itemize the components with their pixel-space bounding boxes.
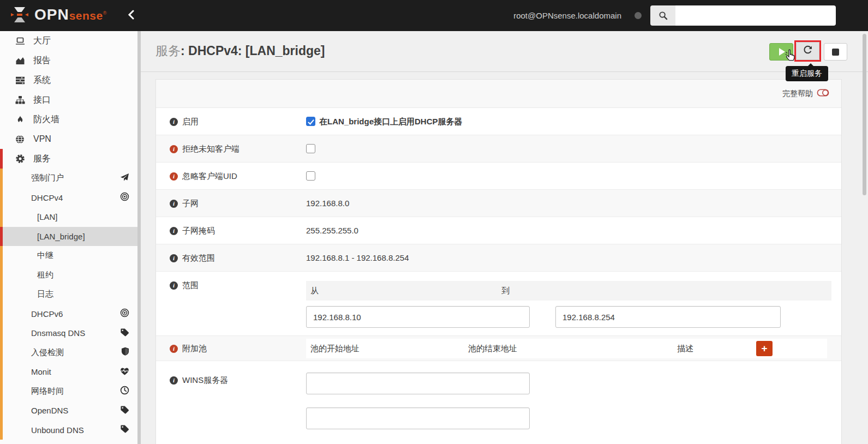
deny-unknown-checkbox[interactable] xyxy=(306,144,315,153)
info-icon[interactable]: i xyxy=(170,145,178,153)
sidebar-item-reporting[interactable]: 报告 xyxy=(0,51,137,70)
paper-plane-icon xyxy=(120,173,129,184)
wins-server-input-1[interactable] xyxy=(306,373,530,394)
sidebar-item-system[interactable]: 系统 xyxy=(0,70,137,90)
info-icon[interactable]: i xyxy=(170,172,178,181)
field-label: 启用 xyxy=(182,117,199,127)
sidebar-item-label: 大厅 xyxy=(33,35,51,47)
available-range-value: 192.168.8.1 - 192.168.8.254 xyxy=(306,244,831,262)
enable-dhcp-checkbox[interactable] xyxy=(306,117,315,126)
info-icon[interactable]: i xyxy=(170,281,178,290)
sidebar-item-vpn[interactable]: VPN xyxy=(0,129,137,149)
row-subnet: i 子网 192.168.8.0 xyxy=(156,190,841,217)
sidebar-item-services[interactable]: 服务 xyxy=(0,149,137,169)
info-icon[interactable]: i xyxy=(170,254,178,262)
subitem-label: [LAN_bridge] xyxy=(37,232,85,241)
sidebar-nav: 大厅 报告 系统 xyxy=(0,31,141,444)
sidebar-subitem-relay[interactable]: 中继 xyxy=(0,246,137,266)
sidebar-subitem-log[interactable]: 日志 xyxy=(0,285,137,304)
brand-opn: OPN xyxy=(34,6,69,23)
bullseye-icon xyxy=(120,308,129,319)
sidebar-subitem-leases[interactable]: 租约 xyxy=(0,266,137,285)
heartbeat-icon xyxy=(120,367,129,377)
globe-icon xyxy=(15,135,25,144)
tasks-icon xyxy=(15,76,25,85)
subitem-label: 入侵检测 xyxy=(31,347,64,358)
row-additional-pools: i 附加池 池的开始地址 池的结束地址 描述 + xyxy=(156,336,841,361)
row-range: i 范围 从 到 xyxy=(156,272,841,336)
sidebar-item-lobby[interactable]: 大厅 xyxy=(0,31,137,51)
restart-highlight-box xyxy=(794,40,821,62)
info-icon[interactable]: i xyxy=(170,376,178,385)
range-to-input[interactable] xyxy=(555,306,781,328)
brand-sense: sense xyxy=(69,9,103,22)
sitemap-icon xyxy=(15,95,25,105)
sidebar-subitem-dhcpv4[interactable]: DHCPv4 xyxy=(0,188,137,208)
sidebar-subitem-dhcpv6[interactable]: DHCPv6 xyxy=(0,304,137,324)
row-subnet-mask: i 子网掩码 255.255.255.0 xyxy=(156,217,841,244)
info-icon[interactable]: i xyxy=(170,345,178,353)
field-label: 子网掩码 xyxy=(182,226,215,236)
tag-icon xyxy=(120,405,129,416)
info-icon[interactable]: i xyxy=(170,200,178,208)
dhcp-settings-panel: 完整帮助 i 启用 在LAN_bridge接口上启用DHCP服务器 i 拒绝未知… xyxy=(155,79,842,444)
sidebar-subitem-lan-bridge[interactable]: [LAN_bridge] xyxy=(0,227,137,247)
sidebar-subitem-opendns[interactable]: OpenDNS xyxy=(0,401,137,421)
help-toggle-icon[interactable] xyxy=(817,88,829,99)
restart-service-button[interactable] xyxy=(796,42,819,60)
subnet-mask-value: 255.255.255.0 xyxy=(306,217,831,235)
subitem-label: OpenDNS xyxy=(31,406,68,415)
fire-icon xyxy=(15,115,25,124)
subnet-value: 192.168.8.0 xyxy=(306,190,831,208)
ignore-uid-checkbox[interactable] xyxy=(306,171,315,181)
field-label: 有效范围 xyxy=(182,253,215,263)
field-label: 附加池 xyxy=(182,344,207,354)
sidebar-item-firewall[interactable]: 防火墙 xyxy=(0,110,137,129)
info-icon[interactable]: i xyxy=(170,227,178,235)
main-content: 服务: DHCPv4: [LAN_bridge] 重启服务 完整帮助 xyxy=(141,31,868,444)
search-input[interactable] xyxy=(675,5,836,26)
stop-icon xyxy=(832,49,839,56)
sidebar-subitem-unbound-dns[interactable]: Unbound DNS xyxy=(0,421,137,440)
field-label: 子网 xyxy=(182,199,199,209)
field-label: 范围 xyxy=(182,280,199,291)
area-chart-icon xyxy=(15,56,25,65)
sidebar-subitem-lan[interactable]: [LAN] xyxy=(0,207,137,227)
sidebar-subitem-monit[interactable]: Monit xyxy=(0,362,137,382)
wins-server-input-2[interactable] xyxy=(306,407,530,429)
full-help-row: 完整帮助 xyxy=(156,80,841,108)
pool-start-header: 池的开始地址 xyxy=(310,344,468,354)
mouse-cursor-icon xyxy=(783,49,798,66)
sidebar-collapse-button[interactable] xyxy=(124,8,139,23)
sidebar-item-label: VPN xyxy=(33,134,51,144)
clock-icon xyxy=(120,386,129,397)
range-from-header: 从 xyxy=(306,286,501,296)
stop-service-button[interactable] xyxy=(824,43,847,61)
add-pool-button[interactable]: + xyxy=(756,341,773,356)
sidebar-subitem-ntp[interactable]: 网络时间 xyxy=(0,382,137,401)
row-wins-servers: i WINS服务器 xyxy=(156,361,841,444)
full-help-label[interactable]: 完整帮助 xyxy=(782,89,813,99)
row-ignore-uid: i 忽略客户端UID xyxy=(156,163,841,190)
tag-icon xyxy=(120,424,129,435)
sidebar-subitem-captive-portal[interactable]: 强制门户 xyxy=(0,169,137,188)
bullseye-icon xyxy=(120,192,129,203)
row-deny-unknown: i 拒绝未知客户端 xyxy=(156,135,841,163)
field-label: 忽略客户端UID xyxy=(182,171,237,182)
logged-in-user: root@OPNsense.localdomain xyxy=(513,11,621,20)
range-table-header: 从 到 xyxy=(306,281,831,301)
page-title-section: 服务 xyxy=(155,44,181,58)
vertical-scrollbar[interactable] xyxy=(863,34,866,195)
sidebar-item-label: 防火墙 xyxy=(33,114,59,125)
header-divider xyxy=(141,71,868,72)
sidebar-subitem-intrusion-detection[interactable]: 入侵检测 xyxy=(0,343,137,363)
sidebar-item-interfaces[interactable]: 接口 xyxy=(0,90,137,110)
sidebar-subitem-dnsmasq[interactable]: Dnsmasq DNS xyxy=(0,323,137,343)
info-icon[interactable]: i xyxy=(170,118,178,126)
search-icon xyxy=(650,5,675,26)
opnsense-logo-icon xyxy=(10,6,29,26)
subitem-label: 租约 xyxy=(37,270,53,280)
range-from-input[interactable] xyxy=(306,306,530,328)
opnsense-logo[interactable]: OPNsense® xyxy=(10,6,106,26)
subitem-label: 中继 xyxy=(37,250,53,261)
